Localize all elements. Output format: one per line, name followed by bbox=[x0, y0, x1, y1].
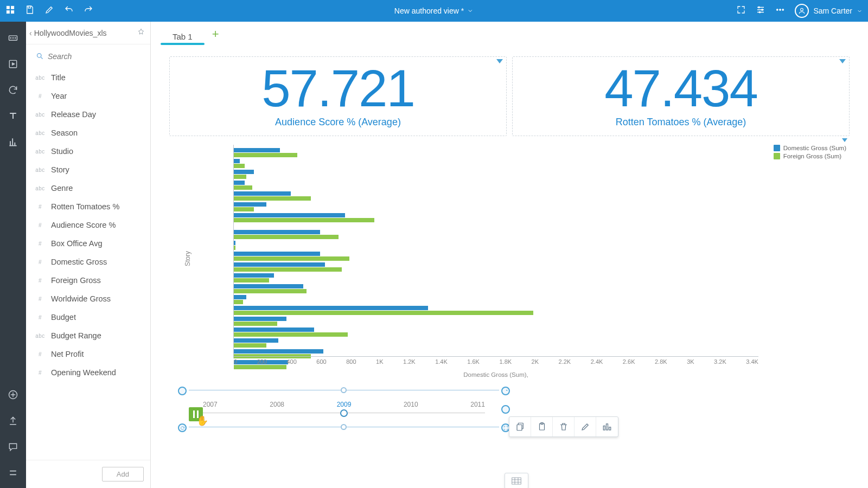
bar-group[interactable] bbox=[234, 159, 758, 168]
bar-group[interactable] bbox=[234, 148, 758, 157]
edit-pencil-icon[interactable] bbox=[575, 417, 596, 436]
field-row[interactable]: #Domestic Gross bbox=[26, 253, 150, 271]
field-row[interactable]: abcTitle bbox=[26, 68, 150, 87]
field-row[interactable]: abcSeason bbox=[26, 124, 150, 142]
chart-area[interactable]: Domestic Gross (Sum) Foreign Gross (Sum)… bbox=[169, 145, 850, 440]
kpi-audience-score[interactable]: 57.721 Audience Score % (Average) bbox=[169, 56, 507, 136]
back-chevron-icon[interactable]: ‹ bbox=[29, 29, 32, 37]
expand-handle-icon[interactable] bbox=[501, 387, 510, 395]
rail-play-icon[interactable] bbox=[5, 56, 21, 72]
rail-upload-icon[interactable] bbox=[5, 413, 21, 428]
bar-group[interactable] bbox=[234, 295, 758, 304]
bar-group[interactable] bbox=[234, 306, 758, 315]
timeline-year[interactable]: 2007 bbox=[203, 401, 218, 408]
bar-domestic bbox=[234, 306, 428, 310]
svg-point-6 bbox=[762, 9, 763, 11]
chart-type-icon[interactable] bbox=[596, 417, 618, 436]
redo-icon[interactable] bbox=[84, 5, 93, 17]
bar-group[interactable] bbox=[234, 170, 758, 179]
x-tick: 3.2K bbox=[714, 358, 726, 365]
add-button[interactable]: Add bbox=[102, 467, 144, 481]
rail-text-icon[interactable] bbox=[5, 108, 21, 124]
rail-chart-icon[interactable] bbox=[5, 134, 21, 150]
bar-group[interactable] bbox=[234, 252, 758, 261]
search-input[interactable] bbox=[33, 49, 144, 64]
side-handle-icon[interactable] bbox=[501, 405, 510, 414]
bar-domestic bbox=[234, 191, 291, 196]
rail-add-icon[interactable] bbox=[5, 387, 21, 402]
refresh-handle-icon[interactable] bbox=[178, 423, 187, 432]
add-tab-button[interactable]: + bbox=[212, 27, 219, 44]
field-row[interactable]: #Opening Weekend bbox=[26, 363, 150, 382]
dataset-header[interactable]: ‹ HollywoodMovies_xls bbox=[26, 22, 150, 44]
user-menu[interactable]: Sam Carter bbox=[795, 4, 863, 18]
bar-group[interactable] bbox=[234, 338, 758, 348]
grid-toggle-icon[interactable] bbox=[505, 473, 528, 488]
timeline-year[interactable]: 2010 bbox=[404, 401, 418, 408]
settings-sliders-icon[interactable] bbox=[756, 5, 765, 17]
field-row[interactable]: #Rotten Tomatoes % bbox=[26, 197, 150, 216]
rail-collapse-icon[interactable] bbox=[5, 465, 21, 480]
resize-handle-icon[interactable] bbox=[178, 387, 187, 395]
edit-icon[interactable] bbox=[44, 5, 54, 17]
rail-data-icon[interactable] bbox=[5, 30, 21, 46]
more-icon[interactable] bbox=[775, 5, 785, 17]
fullscreen-icon[interactable] bbox=[736, 5, 746, 17]
field-row[interactable]: #Budget bbox=[26, 308, 150, 326]
x-axis: 02004006008001K1.2K1.4K1.6K1.8K2K2.2K2.4… bbox=[234, 356, 758, 367]
filter-indicator-icon[interactable] bbox=[839, 59, 846, 63]
copy-icon[interactable] bbox=[509, 417, 531, 436]
filter-indicator-icon[interactable] bbox=[496, 59, 503, 63]
field-row[interactable]: #Box Office Avg bbox=[26, 234, 150, 253]
bar-foreign bbox=[234, 207, 254, 211]
fields-panel: ‹ HollywoodMovies_xls abcTitle#YearabcRe… bbox=[26, 22, 151, 488]
bar-group[interactable] bbox=[234, 262, 758, 272]
tab-1[interactable]: Tab 1 bbox=[161, 28, 205, 44]
kpi-value: 47.434 bbox=[518, 62, 844, 114]
timeline-year[interactable]: 2009 bbox=[337, 401, 352, 408]
field-row[interactable]: #Net Profit bbox=[26, 345, 150, 363]
timeline-play-marker[interactable] bbox=[340, 409, 348, 417]
field-row[interactable]: abcStory bbox=[26, 160, 150, 179]
app-logo-icon[interactable] bbox=[5, 5, 15, 17]
field-row[interactable]: #Foreign Gross bbox=[26, 271, 150, 290]
bar-group[interactable] bbox=[234, 284, 758, 293]
bar-group[interactable] bbox=[234, 241, 758, 250]
paste-icon[interactable] bbox=[531, 417, 553, 436]
field-row[interactable]: abcRelease Day bbox=[26, 105, 150, 124]
bar-group[interactable] bbox=[234, 273, 758, 282]
timeline-player[interactable]: 20072008200920102011 ✋ bbox=[181, 386, 507, 440]
bar-group[interactable] bbox=[234, 213, 758, 222]
rail-comment-icon[interactable] bbox=[5, 439, 21, 454]
timeline-year[interactable]: 2011 bbox=[470, 401, 485, 408]
pin-icon[interactable] bbox=[137, 28, 145, 37]
filter-indicator-icon[interactable] bbox=[842, 138, 847, 142]
field-row[interactable]: #Audience Score % bbox=[26, 216, 150, 234]
bar-group[interactable] bbox=[234, 328, 758, 337]
undo-icon[interactable] bbox=[64, 5, 74, 17]
rail-refresh-icon[interactable] bbox=[5, 82, 21, 98]
timeline-top-handle[interactable] bbox=[341, 387, 347, 393]
field-name: Domestic Gross bbox=[51, 258, 107, 266]
field-row[interactable]: #Year bbox=[26, 87, 150, 105]
timeline-year[interactable]: 2008 bbox=[270, 401, 284, 408]
bar-group[interactable] bbox=[234, 202, 758, 211]
kpi-rotten-tomatoes[interactable]: 47.434 Rotten Tomatoes % (Average) bbox=[512, 56, 850, 136]
bar-group[interactable] bbox=[234, 181, 758, 190]
timeline-bottom-handle[interactable] bbox=[341, 424, 347, 430]
delete-icon[interactable] bbox=[553, 417, 575, 436]
bar-foreign bbox=[234, 300, 243, 304]
field-row[interactable]: #Worldwide Gross bbox=[26, 290, 150, 308]
bar-domestic bbox=[234, 241, 235, 245]
view-title[interactable]: New authored view * bbox=[394, 7, 474, 15]
save-icon[interactable] bbox=[25, 5, 35, 17]
bar-group[interactable] bbox=[234, 317, 758, 326]
bar-group[interactable] bbox=[234, 230, 758, 239]
bar-foreign bbox=[234, 278, 269, 282]
field-row[interactable]: abcGenre bbox=[26, 179, 150, 197]
bar-group[interactable] bbox=[234, 191, 758, 201]
spacer bbox=[178, 405, 187, 414]
field-row[interactable]: abcStudio bbox=[26, 142, 150, 160]
bar-domestic bbox=[234, 338, 278, 343]
field-row[interactable]: abcBudget Range bbox=[26, 326, 150, 345]
